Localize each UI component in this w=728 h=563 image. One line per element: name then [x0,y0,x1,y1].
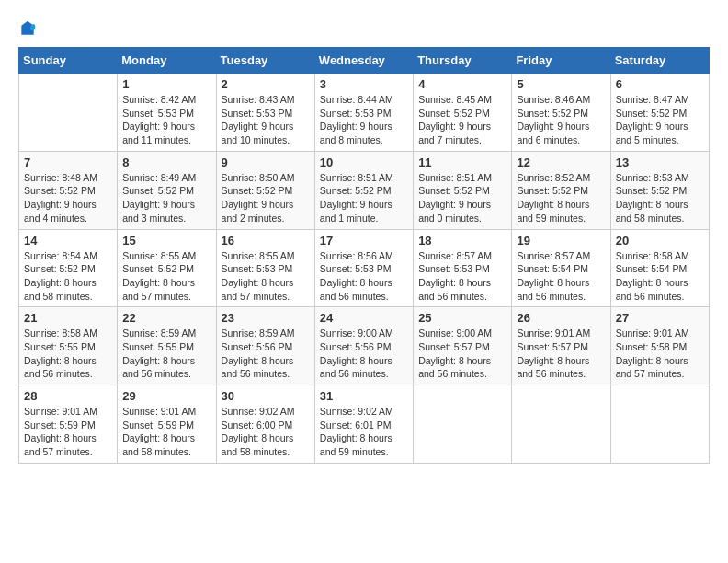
day-number: 25 [418,311,506,325]
calendar-body: 1Sunrise: 8:42 AM Sunset: 5:53 PM Daylig… [19,74,710,464]
day-info: Sunrise: 8:51 AM Sunset: 5:52 PM Dayligh… [418,171,506,225]
weekday-header-saturday: Saturday [610,48,709,74]
day-info: Sunrise: 8:44 AM Sunset: 5:53 PM Dayligh… [320,93,408,147]
day-info: Sunrise: 9:01 AM Sunset: 5:57 PM Dayligh… [517,327,605,381]
week-row-1: 7Sunrise: 8:48 AM Sunset: 5:52 PM Daylig… [19,151,710,229]
day-info: Sunrise: 8:54 AM Sunset: 5:52 PM Dayligh… [24,249,112,304]
day-number: 3 [320,77,408,91]
calendar-cell: 17Sunrise: 8:56 AM Sunset: 5:53 PM Dayli… [314,229,413,307]
day-info: Sunrise: 9:01 AM Sunset: 5:58 PM Dayligh… [616,327,704,381]
week-row-0: 1Sunrise: 8:42 AM Sunset: 5:53 PM Daylig… [19,74,710,152]
calendar-cell: 1Sunrise: 8:42 AM Sunset: 5:53 PM Daylig… [118,74,216,152]
weekday-header-friday: Friday [512,48,610,74]
calendar-cell: 24Sunrise: 9:00 AM Sunset: 5:56 PM Dayli… [314,307,413,385]
day-info: Sunrise: 8:50 AM Sunset: 5:52 PM Dayligh… [222,171,310,225]
day-info: Sunrise: 8:48 AM Sunset: 5:52 PM Dayligh… [24,171,112,225]
day-info: Sunrise: 9:00 AM Sunset: 5:57 PM Dayligh… [418,327,506,381]
calendar-table: SundayMondayTuesdayWednesdayThursdayFrid… [18,47,710,464]
day-info: Sunrise: 8:52 AM Sunset: 5:52 PM Dayligh… [517,171,605,225]
day-info: Sunrise: 8:59 AM Sunset: 5:55 PM Dayligh… [122,327,210,381]
day-number: 18 [418,234,506,247]
day-info: Sunrise: 9:02 AM Sunset: 6:01 PM Dayligh… [320,405,408,459]
calendar-cell [610,385,709,464]
calendar-cell: 21Sunrise: 8:58 AM Sunset: 5:55 PM Dayli… [19,307,118,385]
day-number: 22 [122,311,210,325]
day-info: Sunrise: 8:55 AM Sunset: 5:52 PM Dayligh… [122,249,210,304]
calendar-cell: 28Sunrise: 9:01 AM Sunset: 5:59 PM Dayli… [19,385,118,464]
calendar-cell: 19Sunrise: 8:57 AM Sunset: 5:54 PM Dayli… [512,229,610,307]
day-info: Sunrise: 8:57 AM Sunset: 5:53 PM Dayligh… [418,249,506,304]
day-info: Sunrise: 8:53 AM Sunset: 5:52 PM Dayligh… [616,171,704,225]
calendar-cell: 27Sunrise: 9:01 AM Sunset: 5:58 PM Dayli… [610,307,709,385]
day-info: Sunrise: 8:55 AM Sunset: 5:53 PM Dayligh… [222,249,310,304]
day-info: Sunrise: 8:59 AM Sunset: 5:56 PM Dayligh… [222,327,310,381]
day-number: 17 [320,234,408,247]
day-info: Sunrise: 9:01 AM Sunset: 5:59 PM Dayligh… [24,405,112,459]
day-info: Sunrise: 8:56 AM Sunset: 5:53 PM Dayligh… [320,249,408,304]
header [18,18,710,38]
day-number: 1 [122,77,210,91]
day-info: Sunrise: 8:57 AM Sunset: 5:54 PM Dayligh… [517,249,605,304]
day-number: 4 [418,77,506,91]
calendar-cell: 14Sunrise: 8:54 AM Sunset: 5:52 PM Dayli… [19,229,118,307]
day-number: 14 [24,234,112,247]
logo-icon [18,19,37,38]
calendar-cell: 25Sunrise: 9:00 AM Sunset: 5:57 PM Dayli… [414,307,512,385]
weekday-header-tuesday: Tuesday [216,48,314,74]
day-number: 19 [517,234,605,247]
calendar-cell: 20Sunrise: 8:58 AM Sunset: 5:54 PM Dayli… [610,229,709,307]
day-info: Sunrise: 8:47 AM Sunset: 5:52 PM Dayligh… [616,93,704,147]
calendar-cell: 8Sunrise: 8:49 AM Sunset: 5:52 PM Daylig… [118,151,216,229]
calendar-cell: 26Sunrise: 9:01 AM Sunset: 5:57 PM Dayli… [512,307,610,385]
day-info: Sunrise: 8:45 AM Sunset: 5:52 PM Dayligh… [418,93,506,147]
day-info: Sunrise: 9:02 AM Sunset: 6:00 PM Dayligh… [222,405,310,459]
calendar-cell: 30Sunrise: 9:02 AM Sunset: 6:00 PM Dayli… [216,385,314,464]
day-info: Sunrise: 9:01 AM Sunset: 5:59 PM Dayligh… [122,405,210,459]
calendar-cell: 3Sunrise: 8:44 AM Sunset: 5:53 PM Daylig… [314,74,413,152]
calendar-cell: 15Sunrise: 8:55 AM Sunset: 5:52 PM Dayli… [118,229,216,307]
calendar-cell [512,385,610,464]
weekday-header-monday: Monday [118,48,216,74]
week-row-4: 28Sunrise: 9:01 AM Sunset: 5:59 PM Dayli… [19,385,710,464]
day-number: 30 [222,389,310,403]
calendar-cell: 23Sunrise: 8:59 AM Sunset: 5:56 PM Dayli… [216,307,314,385]
day-number: 24 [320,311,408,325]
calendar-cell: 29Sunrise: 9:01 AM Sunset: 5:59 PM Dayli… [118,385,216,464]
calendar-cell: 13Sunrise: 8:53 AM Sunset: 5:52 PM Dayli… [610,151,709,229]
calendar-cell [19,74,118,152]
day-number: 11 [418,155,506,169]
day-number: 2 [222,77,310,91]
day-number: 27 [616,311,704,325]
calendar-cell: 5Sunrise: 8:46 AM Sunset: 5:52 PM Daylig… [512,74,610,152]
day-number: 21 [24,311,112,325]
day-info: Sunrise: 8:46 AM Sunset: 5:52 PM Dayligh… [517,93,605,147]
calendar-cell: 4Sunrise: 8:45 AM Sunset: 5:52 PM Daylig… [414,74,512,152]
calendar-cell: 31Sunrise: 9:02 AM Sunset: 6:01 PM Dayli… [314,385,413,464]
day-number: 29 [122,389,210,403]
calendar-cell: 11Sunrise: 8:51 AM Sunset: 5:52 PM Dayli… [414,151,512,229]
calendar-cell: 10Sunrise: 8:51 AM Sunset: 5:52 PM Dayli… [314,151,413,229]
calendar-cell: 12Sunrise: 8:52 AM Sunset: 5:52 PM Dayli… [512,151,610,229]
weekday-header-row: SundayMondayTuesdayWednesdayThursdayFrid… [19,48,710,74]
day-info: Sunrise: 8:42 AM Sunset: 5:53 PM Dayligh… [122,93,210,147]
calendar-cell: 7Sunrise: 8:48 AM Sunset: 5:52 PM Daylig… [19,151,118,229]
weekday-header-thursday: Thursday [414,48,512,74]
day-info: Sunrise: 9:00 AM Sunset: 5:56 PM Dayligh… [320,327,408,381]
calendar-cell: 9Sunrise: 8:50 AM Sunset: 5:52 PM Daylig… [216,151,314,229]
day-number: 5 [517,77,605,91]
day-number: 6 [616,77,704,91]
calendar-cell: 6Sunrise: 8:47 AM Sunset: 5:52 PM Daylig… [610,74,709,152]
day-number: 23 [222,311,310,325]
day-number: 16 [222,234,310,247]
day-number: 8 [122,155,210,169]
day-number: 9 [222,155,310,169]
day-number: 28 [24,389,112,403]
calendar-cell: 16Sunrise: 8:55 AM Sunset: 5:53 PM Dayli… [216,229,314,307]
calendar-cell: 22Sunrise: 8:59 AM Sunset: 5:55 PM Dayli… [118,307,216,385]
day-number: 15 [122,234,210,247]
calendar-cell: 2Sunrise: 8:43 AM Sunset: 5:53 PM Daylig… [216,74,314,152]
week-row-3: 21Sunrise: 8:58 AM Sunset: 5:55 PM Dayli… [19,307,710,385]
day-info: Sunrise: 8:49 AM Sunset: 5:52 PM Dayligh… [122,171,210,225]
calendar-cell [414,385,512,464]
day-number: 10 [320,155,408,169]
